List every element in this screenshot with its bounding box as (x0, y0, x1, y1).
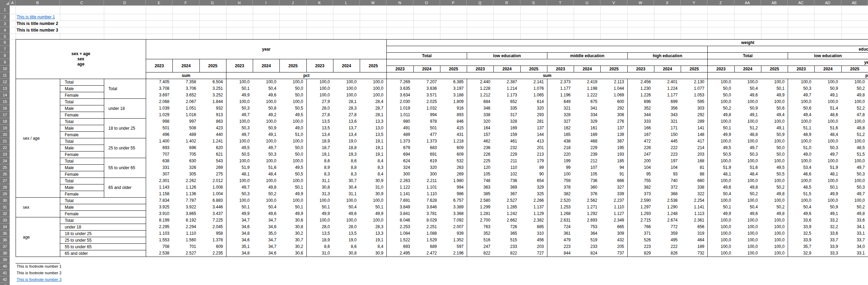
data-cell[interactable]: 13,5 (306, 230, 333, 237)
data-cell[interactable]: 958 (199, 230, 226, 237)
data-cell[interactable]: 13,4 (333, 131, 360, 138)
row-header-26[interactable]: 26 (0, 171, 10, 178)
data-cell[interactable]: 50,0 (279, 151, 306, 158)
data-cell[interactable]: 3.251 (199, 85, 226, 92)
data-cell[interactable]: 736 (493, 178, 520, 184)
row-label[interactable]: Female (60, 151, 104, 158)
data-cell[interactable]: 526 (627, 237, 654, 243)
data-cell[interactable]: 51,2 (841, 131, 868, 138)
row-sublabel[interactable]: 65 and older (104, 178, 146, 197)
row-header-1[interactable]: 1 (0, 6, 10, 14)
year-cell[interactable]: 2025 (279, 59, 306, 72)
data-cell[interactable]: 49,7 (226, 184, 253, 191)
data-cell[interactable]: 100,0 (707, 118, 734, 125)
data-cell[interactable]: 50,0 (761, 145, 788, 151)
data-cell[interactable]: 100,0 (841, 98, 868, 105)
data-cell[interactable]: 50,3 (841, 184, 868, 191)
data-cell[interactable]: 679 (386, 145, 413, 151)
data-cell[interactable]: 1.198 (574, 85, 600, 92)
data-cell[interactable]: 317 (493, 112, 520, 118)
column-header-P[interactable]: P (440, 0, 467, 6)
data-cell[interactable]: 320 (520, 105, 547, 112)
data-cell[interactable]: 293 (520, 112, 547, 118)
data-cell[interactable]: 501 (146, 125, 172, 131)
data-cell[interactable]: 2.196 (440, 250, 467, 257)
year-cell[interactable]: 2025 (761, 66, 788, 72)
data-cell[interactable]: 49,9 (226, 210, 253, 217)
data-cell[interactable]: 236 (467, 145, 493, 151)
data-cell[interactable]: 994 (440, 184, 467, 191)
data-cell[interactable]: 8,8 (333, 164, 360, 171)
data-cell[interactable]: 2.520 (547, 197, 574, 204)
data-cell[interactable]: 1.980 (440, 178, 467, 184)
data-cell[interactable]: 516 (467, 237, 493, 243)
data-cell[interactable]: 28,0 (333, 224, 360, 230)
data-cell[interactable]: 100,0 (707, 138, 734, 145)
data-cell[interactable]: 1.136 (172, 191, 199, 197)
data-cell[interactable]: 335 (493, 105, 520, 112)
data-cell[interactable]: 33,1 (841, 250, 868, 257)
year-cell[interactable]: 2024 (654, 66, 681, 72)
row-header-6[interactable]: 6 (0, 39, 10, 46)
data-cell[interactable]: 137 (600, 125, 627, 131)
data-cell[interactable]: 50,5 (226, 151, 253, 158)
row-label[interactable]: Male (60, 145, 104, 151)
data-cell[interactable]: 338 (681, 184, 707, 191)
data-cell[interactable]: 49,0 (279, 125, 306, 131)
year-cell[interactable]: 2024 (493, 66, 520, 72)
year-header-left[interactable]: year (146, 39, 386, 59)
data-cell[interactable]: 33,9 (814, 243, 841, 250)
data-cell[interactable]: 49,7 (253, 145, 279, 151)
row-header-20[interactable]: 20 (0, 131, 10, 138)
data-cell[interactable]: 344 (627, 112, 654, 118)
data-cell[interactable]: 8.046 (386, 217, 413, 224)
data-cell[interactable]: 624 (386, 158, 413, 164)
data-cell[interactable]: 2.495 (386, 250, 413, 257)
data-cell[interactable]: 19,0 (333, 138, 360, 145)
data-cell[interactable]: 28,1 (360, 112, 386, 118)
data-cell[interactable]: 100,0 (226, 118, 253, 125)
data-cell[interactable]: 30,7 (279, 237, 306, 243)
data-cell[interactable]: 49,7 (814, 151, 841, 158)
data-cell[interactable]: 18,7 (306, 145, 333, 151)
data-cell[interactable]: 161 (574, 125, 600, 131)
data-cell[interactable]: 100,0 (788, 98, 814, 105)
column-header-N[interactable]: N (386, 0, 413, 6)
data-cell[interactable]: 49,8 (841, 210, 868, 217)
data-cell[interactable]: 50,0 (707, 92, 734, 98)
data-cell[interactable]: 321 (547, 105, 574, 112)
data-cell[interactable]: 1.196 (547, 92, 574, 98)
data-cell[interactable]: 440 (199, 131, 226, 138)
data-cell[interactable]: 753 (574, 224, 600, 230)
stub-header-cell[interactable]: sex + agesexage (16, 39, 146, 79)
data-cell[interactable]: 100,0 (253, 197, 279, 204)
data-cell[interactable]: 100,0 (253, 158, 279, 164)
data-cell[interactable]: 269 (440, 171, 467, 178)
data-cell[interactable]: 2.025 (413, 98, 440, 105)
data-cell[interactable]: 50,9 (814, 85, 841, 92)
data-cell[interactable]: 46,6 (788, 171, 814, 178)
row-header-43[interactable]: 43 (0, 283, 10, 285)
data-cell[interactable]: 171 (654, 125, 681, 131)
data-cell[interactable]: 100,0 (360, 85, 386, 92)
data-cell[interactable]: 19,1 (360, 151, 386, 158)
data-cell[interactable]: 81 (681, 164, 707, 171)
data-cell[interactable]: 50,4 (253, 204, 279, 210)
data-cell[interactable]: 28,4 (360, 98, 386, 105)
column-header-Y[interactable]: Y (681, 0, 707, 6)
row-header-28[interactable]: 28 (0, 184, 10, 191)
data-cell[interactable]: 378 (547, 184, 574, 191)
data-cell[interactable]: 654 (520, 178, 547, 184)
row-header-41[interactable]: 41 (0, 270, 10, 276)
data-cell[interactable]: 100,0 (814, 98, 841, 105)
data-cell[interactable]: 89 (520, 164, 547, 171)
data-cell[interactable]: 3.849 (386, 204, 413, 210)
column-header-I[interactable]: I (253, 0, 279, 6)
data-cell[interactable]: 100,0 (734, 158, 761, 164)
data-cell[interactable]: 472 (627, 138, 654, 145)
data-cell[interactable]: 35,7 (788, 243, 814, 250)
data-cell[interactable]: 28,0 (306, 224, 333, 230)
data-cell[interactable]: 50,1 (279, 204, 306, 210)
data-cell[interactable]: 1.088 (413, 230, 440, 237)
data-cell[interactable]: 50,2 (253, 191, 279, 197)
